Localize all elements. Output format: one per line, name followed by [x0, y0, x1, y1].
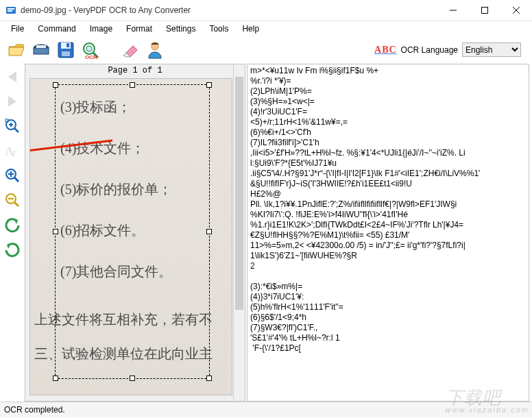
text-mode-button[interactable]: AI	[2, 140, 23, 161]
rotate-left-button[interactable]	[2, 214, 23, 235]
next-page-button[interactable]	[2, 91, 23, 112]
svg-rect-8	[34, 48, 49, 54]
page-indicator: Page 1 of 1	[25, 64, 245, 77]
prev-page-button[interactable]	[2, 66, 23, 87]
menu-settings[interactable]: Settings	[159, 23, 202, 35]
menu-tools[interactable]: Tools	[202, 23, 235, 35]
svg-point-15	[86, 46, 92, 51]
image-panel: Page 1 of 1 (3)投标函； (4)技术文件； (5)标价的报价单； …	[25, 64, 245, 402]
image-scrollbar[interactable]	[233, 64, 245, 401]
menu-image[interactable]: Image	[83, 23, 119, 35]
app-icon	[5, 5, 16, 16]
svg-line-20	[14, 128, 19, 132]
svg-text:OCR: OCR	[85, 54, 97, 60]
status-text: OCR completed.	[4, 405, 65, 415]
ocr-language-group: ABC OCR Language English	[374, 42, 521, 57]
erase-button[interactable]	[119, 39, 141, 61]
side-toolbar: AI	[0, 64, 25, 402]
svg-rect-9	[36, 45, 46, 48]
zoom-out-button[interactable]	[2, 190, 23, 210]
fit-zoom-button[interactable]	[2, 116, 23, 136]
svg-line-31	[14, 202, 19, 206]
svg-rect-13	[66, 43, 69, 47]
status-bar: OCR completed.	[0, 402, 532, 417]
minimize-button[interactable]	[437, 0, 469, 21]
user-button[interactable]	[144, 39, 166, 61]
main-toolbar: OCR ABC OCR Language English	[0, 36, 532, 64]
resize-handle[interactable]	[130, 376, 135, 381]
abc-icon: ABC	[374, 45, 397, 56]
ocr-language-select[interactable]: English	[462, 42, 521, 57]
menu-file[interactable]: File	[4, 23, 31, 35]
ocr-text-output[interactable]	[247, 64, 529, 401]
ocr-text-panel	[247, 64, 529, 402]
close-button[interactable]	[500, 0, 532, 21]
maximize-button[interactable]	[469, 0, 500, 21]
resize-handle[interactable]	[206, 82, 212, 88]
resize-handle[interactable]	[53, 376, 58, 381]
svg-text:I: I	[12, 148, 16, 158]
open-button[interactable]	[5, 39, 27, 61]
resize-handle[interactable]	[130, 82, 135, 88]
rotate-right-button[interactable]	[2, 239, 23, 260]
menu-command[interactable]: Command	[31, 23, 82, 35]
svg-rect-1	[8, 8, 14, 10]
menu-format[interactable]: Format	[119, 23, 159, 35]
svg-line-27	[14, 177, 19, 182]
svg-rect-2	[8, 10, 12, 12]
menu-bar: File Command Image Format Settings Tools…	[0, 21, 532, 36]
window-title: demo-09.jpg - VeryPDF OCR to Any Convert…	[21, 5, 437, 15]
scan-button[interactable]	[30, 39, 52, 61]
resize-handle[interactable]	[53, 82, 58, 88]
zoom-in-button[interactable]	[2, 165, 23, 186]
svg-rect-4	[482, 8, 488, 14]
ocr-button[interactable]: OCR	[80, 39, 101, 61]
menu-help[interactable]: Help	[235, 23, 266, 35]
save-button[interactable]	[55, 39, 77, 61]
ocr-language-label: OCR Language	[401, 45, 458, 55]
resize-handle[interactable]	[206, 229, 212, 234]
selection-rectangle[interactable]	[55, 84, 210, 379]
resize-handle[interactable]	[53, 229, 58, 234]
document-image[interactable]: (3)投标函； (4)技术文件； (5)标价的报价单； (6)招标文件。 (7)…	[29, 78, 232, 395]
resize-handle[interactable]	[206, 376, 212, 381]
svg-rect-12	[62, 51, 70, 56]
